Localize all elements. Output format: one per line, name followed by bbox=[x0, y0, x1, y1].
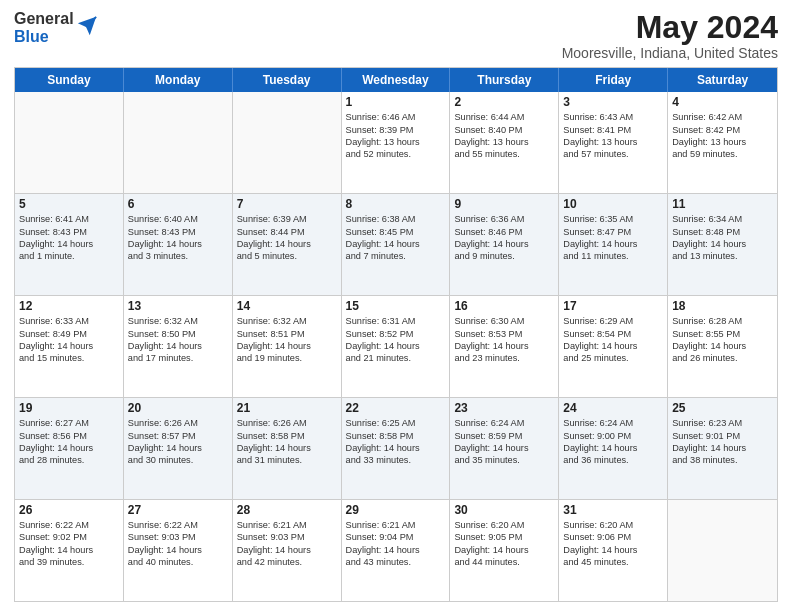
cell-info-line: Daylight: 14 hours bbox=[672, 442, 773, 454]
day-number: 13 bbox=[128, 299, 228, 313]
calendar-cell: 25Sunrise: 6:23 AMSunset: 9:01 PMDayligh… bbox=[668, 398, 777, 499]
calendar-cell: 21Sunrise: 6:26 AMSunset: 8:58 PMDayligh… bbox=[233, 398, 342, 499]
calendar-row: 1Sunrise: 6:46 AMSunset: 8:39 PMDaylight… bbox=[15, 92, 777, 193]
cell-info-line: Sunset: 8:57 PM bbox=[128, 430, 228, 442]
logo-general: General bbox=[14, 10, 74, 28]
cell-info-line: and 52 minutes. bbox=[346, 148, 446, 160]
cell-info-line: Sunrise: 6:32 AM bbox=[128, 315, 228, 327]
cell-info-line: Daylight: 14 hours bbox=[563, 340, 663, 352]
day-number: 14 bbox=[237, 299, 337, 313]
cell-info-line: Sunrise: 6:20 AM bbox=[563, 519, 663, 531]
cell-info-line: and 25 minutes. bbox=[563, 352, 663, 364]
calendar-cell: 11Sunrise: 6:34 AMSunset: 8:48 PMDayligh… bbox=[668, 194, 777, 295]
cell-info-line: Sunrise: 6:44 AM bbox=[454, 111, 554, 123]
cell-info-line: and 44 minutes. bbox=[454, 556, 554, 568]
cell-info-line: Daylight: 14 hours bbox=[237, 238, 337, 250]
cell-info-line: Sunset: 8:58 PM bbox=[346, 430, 446, 442]
calendar-title: May 2024 bbox=[562, 10, 778, 45]
calendar-cell bbox=[233, 92, 342, 193]
day-number: 4 bbox=[672, 95, 773, 109]
cell-info-line: Daylight: 14 hours bbox=[454, 544, 554, 556]
cell-info-line: and 45 minutes. bbox=[563, 556, 663, 568]
calendar-cell: 6Sunrise: 6:40 AMSunset: 8:43 PMDaylight… bbox=[124, 194, 233, 295]
cell-info-line: Sunset: 8:42 PM bbox=[672, 124, 773, 136]
calendar-cell: 2Sunrise: 6:44 AMSunset: 8:40 PMDaylight… bbox=[450, 92, 559, 193]
cell-info-line: Sunset: 8:39 PM bbox=[346, 124, 446, 136]
day-number: 19 bbox=[19, 401, 119, 415]
cell-info-line: Daylight: 14 hours bbox=[563, 238, 663, 250]
cell-info-line: Sunset: 8:52 PM bbox=[346, 328, 446, 340]
calendar-subtitle: Mooresville, Indiana, United States bbox=[562, 45, 778, 61]
cell-info-line: Daylight: 14 hours bbox=[19, 340, 119, 352]
cell-info-line: Sunrise: 6:41 AM bbox=[19, 213, 119, 225]
calendar-cell: 24Sunrise: 6:24 AMSunset: 9:00 PMDayligh… bbox=[559, 398, 668, 499]
logo: General Blue bbox=[14, 10, 98, 47]
cell-info-line: Sunset: 8:56 PM bbox=[19, 430, 119, 442]
cell-info-line: Sunset: 8:44 PM bbox=[237, 226, 337, 238]
cell-info-line: and 39 minutes. bbox=[19, 556, 119, 568]
cell-info-line: Sunrise: 6:21 AM bbox=[346, 519, 446, 531]
cell-info-line: Sunset: 8:48 PM bbox=[672, 226, 773, 238]
cell-info-line: and 11 minutes. bbox=[563, 250, 663, 262]
cell-info-line: and 19 minutes. bbox=[237, 352, 337, 364]
calendar-cell: 7Sunrise: 6:39 AMSunset: 8:44 PMDaylight… bbox=[233, 194, 342, 295]
calendar-cell: 5Sunrise: 6:41 AMSunset: 8:43 PMDaylight… bbox=[15, 194, 124, 295]
cell-info-line: Sunrise: 6:34 AM bbox=[672, 213, 773, 225]
day-number: 29 bbox=[346, 503, 446, 517]
cell-info-line: and 1 minute. bbox=[19, 250, 119, 262]
cell-info-line: Sunrise: 6:42 AM bbox=[672, 111, 773, 123]
calendar-cell: 22Sunrise: 6:25 AMSunset: 8:58 PMDayligh… bbox=[342, 398, 451, 499]
calendar-cell: 9Sunrise: 6:36 AMSunset: 8:46 PMDaylight… bbox=[450, 194, 559, 295]
cell-info-line: and 3 minutes. bbox=[128, 250, 228, 262]
header-sunday: Sunday bbox=[15, 68, 124, 92]
logo-bird-icon bbox=[76, 15, 98, 37]
calendar: Sunday Monday Tuesday Wednesday Thursday… bbox=[14, 67, 778, 602]
logo-text: General Blue bbox=[14, 10, 74, 47]
day-number: 21 bbox=[237, 401, 337, 415]
cell-info-line: Sunrise: 6:46 AM bbox=[346, 111, 446, 123]
cell-info-line: Sunset: 9:03 PM bbox=[128, 531, 228, 543]
day-number: 24 bbox=[563, 401, 663, 415]
calendar-row: 12Sunrise: 6:33 AMSunset: 8:49 PMDayligh… bbox=[15, 295, 777, 397]
cell-info-line: Daylight: 14 hours bbox=[672, 340, 773, 352]
cell-info-line: Sunset: 8:59 PM bbox=[454, 430, 554, 442]
day-number: 12 bbox=[19, 299, 119, 313]
day-number: 1 bbox=[346, 95, 446, 109]
cell-info-line: Daylight: 14 hours bbox=[563, 544, 663, 556]
cell-info-line: Daylight: 13 hours bbox=[672, 136, 773, 148]
cell-info-line: Sunset: 9:01 PM bbox=[672, 430, 773, 442]
calendar-cell: 4Sunrise: 6:42 AMSunset: 8:42 PMDaylight… bbox=[668, 92, 777, 193]
day-number: 28 bbox=[237, 503, 337, 517]
day-number: 18 bbox=[672, 299, 773, 313]
cell-info-line: and 36 minutes. bbox=[563, 454, 663, 466]
cell-info-line: Sunrise: 6:27 AM bbox=[19, 417, 119, 429]
cell-info-line: and 9 minutes. bbox=[454, 250, 554, 262]
day-number: 15 bbox=[346, 299, 446, 313]
cell-info-line: Sunrise: 6:20 AM bbox=[454, 519, 554, 531]
day-number: 10 bbox=[563, 197, 663, 211]
cell-info-line: Sunset: 9:00 PM bbox=[563, 430, 663, 442]
cell-info-line: and 33 minutes. bbox=[346, 454, 446, 466]
cell-info-line: and 30 minutes. bbox=[128, 454, 228, 466]
calendar-cell bbox=[668, 500, 777, 601]
cell-info-line: and 43 minutes. bbox=[346, 556, 446, 568]
cell-info-line: Daylight: 14 hours bbox=[346, 544, 446, 556]
day-number: 31 bbox=[563, 503, 663, 517]
cell-info-line: Sunset: 8:58 PM bbox=[237, 430, 337, 442]
calendar-row: 5Sunrise: 6:41 AMSunset: 8:43 PMDaylight… bbox=[15, 193, 777, 295]
cell-info-line: and 59 minutes. bbox=[672, 148, 773, 160]
cell-info-line: and 15 minutes. bbox=[19, 352, 119, 364]
calendar-cell: 28Sunrise: 6:21 AMSunset: 9:03 PMDayligh… bbox=[233, 500, 342, 601]
cell-info-line: Sunset: 8:53 PM bbox=[454, 328, 554, 340]
calendar-cell: 18Sunrise: 6:28 AMSunset: 8:55 PMDayligh… bbox=[668, 296, 777, 397]
cell-info-line: Sunset: 8:55 PM bbox=[672, 328, 773, 340]
cell-info-line: Sunrise: 6:31 AM bbox=[346, 315, 446, 327]
day-number: 30 bbox=[454, 503, 554, 517]
calendar-cell: 31Sunrise: 6:20 AMSunset: 9:06 PMDayligh… bbox=[559, 500, 668, 601]
calendar-cell: 12Sunrise: 6:33 AMSunset: 8:49 PMDayligh… bbox=[15, 296, 124, 397]
day-number: 11 bbox=[672, 197, 773, 211]
cell-info-line: Sunset: 8:45 PM bbox=[346, 226, 446, 238]
calendar-cell: 15Sunrise: 6:31 AMSunset: 8:52 PMDayligh… bbox=[342, 296, 451, 397]
cell-info-line: and 7 minutes. bbox=[346, 250, 446, 262]
cell-info-line: Sunrise: 6:32 AM bbox=[237, 315, 337, 327]
